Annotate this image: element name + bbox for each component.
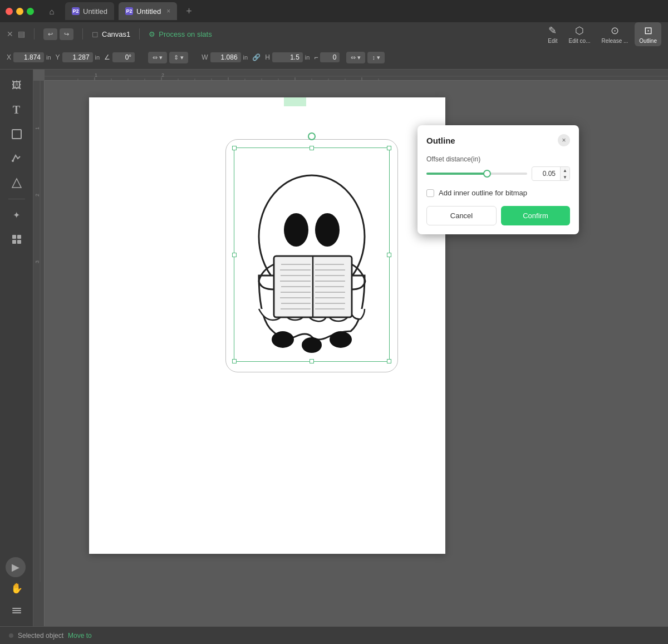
add-tab-button[interactable]: + [181,6,197,17]
tab-1[interactable]: P2 Untitled [65,2,114,20]
svg-rect-5 [17,240,21,244]
checkbox-row: Add inner outline for bitmap [426,189,570,197]
layers-tool[interactable] [6,599,28,622]
close-button[interactable] [6,8,13,15]
h-input[interactable] [272,52,303,62]
apps-tool[interactable] [6,228,28,250]
edit-icon: ✎ [548,24,557,37]
play-tool[interactable]: ▶ [6,557,26,577]
top-right-tools: ✎ Edit ⬡ Edit co... ⊙ Release ... ⊡ Outl… [543,22,661,46]
x-label: X [7,53,11,61]
toolbar: ✕ ▤ ↩ ↪ ◻ Canvas1 ⚙ Process on slats ✎ E… [0,22,668,70]
panel-buttons: Cancel Confirm [426,206,570,225]
panel-close-button[interactable]: × [558,134,570,146]
inner-outline-checkbox[interactable] [426,189,434,197]
panel-header: Outline × [426,134,570,146]
align-h-button[interactable]: ⇔ ▾ [148,52,167,63]
edit-label: Edit [548,38,557,44]
main-area: 🖼 T ✦ ▶ ✋ [0,70,668,626]
y-input[interactable] [62,52,93,62]
inner-outline-row: Add inner outline for bitmap [426,189,570,197]
x-input[interactable] [13,52,44,62]
slider-input-group: 0.05 ▲ ▼ [532,166,570,181]
tab-2[interactable]: P2 Untitled × [119,2,177,20]
outline-icon: ⊡ [644,24,652,37]
chain-icon[interactable]: 🔗 [252,53,261,61]
outline-panel: Outline × Offset distance(in) 0.05 ▲ [418,125,579,234]
svg-rect-6 [12,608,21,609]
status-text: Selected object [18,632,63,640]
w-input[interactable] [210,52,241,62]
angle-input[interactable] [112,52,135,62]
confirm-button[interactable]: Confirm [501,206,570,225]
cancel-button[interactable]: Cancel [426,206,497,225]
slider-container: 0.05 ▲ ▼ [426,166,570,181]
redo-button[interactable]: ↪ [60,28,73,40]
spinner-down[interactable]: ▼ [561,174,569,180]
ghost-container[interactable] [234,148,390,364]
ai-tool[interactable]: ✦ [6,204,28,226]
svg-point-1 [12,160,14,162]
ruler-horizontal: 1 2 [45,70,668,81]
image-tool[interactable]: 🖼 [6,74,28,96]
edit-compound-label: Edit co... [569,38,591,44]
edit-compound-button[interactable]: ⬡ Edit co... [564,22,595,46]
align-group: ⇔ ▾ ⇕ ▾ [148,52,188,63]
edit-button[interactable]: ✎ Edit [543,22,562,46]
inner-outline-label: Add inner outline for bitmap [439,189,527,197]
flip-v-button[interactable]: ↕ ▾ [367,52,385,63]
rect-tool[interactable] [6,123,28,145]
home-tab[interactable]: ⌂ [43,2,61,20]
svg-rect-4 [12,240,16,244]
process-icon: ⚙ [149,30,155,38]
menu-toggle[interactable]: ✕ [7,30,13,38]
release-button[interactable]: ⊙ Release ... [597,22,633,46]
y-coord-group: Y in [56,52,100,62]
pen-tool[interactable] [6,148,28,170]
outline-button[interactable]: ⊡ Outline [635,22,661,46]
svg-text:2: 2 [161,72,164,78]
spinner-up[interactable]: ▲ [561,167,569,174]
canvas-icon: ◻ [92,30,99,38]
svg-rect-8 [12,612,21,613]
release-label: Release ... [602,38,628,44]
maximize-button[interactable] [27,8,34,15]
flip-h-button[interactable]: ⇔ ▾ [346,52,365,63]
flip-group: ⇔ ▾ ↕ ▾ [346,52,385,63]
traffic-lights [6,8,34,15]
svg-rect-2 [12,235,16,239]
undo-button[interactable]: ↩ [43,28,57,40]
process-label: Process on slats [159,30,212,38]
tab2-label: Untitled [136,7,161,16]
titlebar: ⌂ P2 Untitled P2 Untitled × + [0,0,668,22]
toolbar-separator-3 [139,28,140,40]
sidebar-bottom: ▶ ✋ [6,557,28,622]
canvas-area[interactable]: 1 2 [33,70,668,626]
corner-input[interactable] [320,52,340,62]
slider-spinners: ▲ ▼ [560,167,569,180]
align-v-button[interactable]: ⇕ ▾ [169,52,188,63]
svg-rect-7 [12,610,21,611]
y-unit: in [95,54,100,61]
tab2-close[interactable]: × [166,7,170,15]
text-tool[interactable]: T [6,99,28,121]
corner-icon: ⌐ [314,53,318,61]
x-coord-group: X in [7,52,51,62]
angle-group: ∠ [104,52,135,62]
slider-track[interactable] [426,173,527,175]
process-button[interactable]: ⚙ Process on slats [149,30,212,38]
shape-tool[interactable] [6,172,28,194]
tab2-icon: P2 [125,7,133,15]
sidebar-toggle[interactable]: ▤ [18,30,25,38]
status-link[interactable]: Move to [68,632,92,640]
hand-tool[interactable]: ✋ [6,577,28,599]
minimize-button[interactable] [16,8,23,15]
slider-fill [426,173,487,175]
undo-redo-group: ↩ ↪ [43,28,73,40]
tab1-icon: P2 [72,7,80,15]
angle-icon: ∠ [104,53,110,61]
left-sidebar: 🖼 T ✦ ▶ ✋ [0,70,33,626]
toolbar-separator-2 [82,28,83,40]
w-label: W [202,53,208,61]
slider-thumb[interactable] [483,170,491,178]
